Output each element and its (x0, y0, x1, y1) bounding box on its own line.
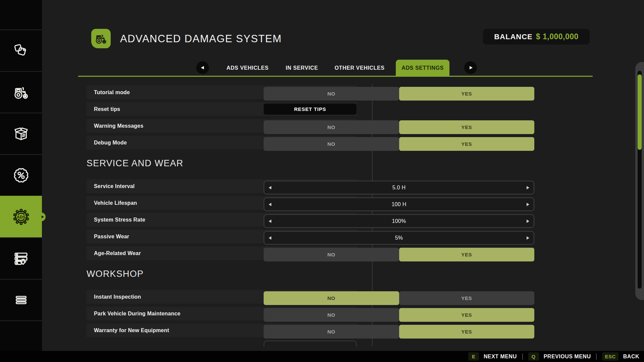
chevron-right-icon (470, 66, 473, 69)
reset-tips-button[interactable]: RESET TIPS (264, 104, 357, 115)
toggle-no-button[interactable]: NO (264, 137, 399, 151)
setting-row-service-interval: Service Interval 5.0 H (87, 179, 357, 193)
toggle-yes-button[interactable]: YES (399, 291, 535, 305)
balance-value: $ 1,000,000 (536, 32, 579, 41)
chevron-right-icon (527, 220, 529, 223)
chevron-left-icon (269, 203, 271, 206)
chevron-left-icon (269, 220, 271, 223)
warning-messages-toggle: NO YES (264, 120, 534, 134)
decrease-button[interactable] (269, 236, 273, 240)
chevron-right-icon (527, 203, 529, 206)
age-related-wear-toggle: NO YES (264, 248, 534, 261)
toggle-no-button[interactable]: NO (264, 325, 399, 339)
setting-label: System Stress Rate (94, 213, 145, 227)
sidebar-item-list[interactable] (0, 279, 42, 320)
setting-label: Reset tips (94, 102, 120, 116)
setting-label: Park Vehicle During Maintenance (94, 307, 180, 320)
setting-label: Tutorial mode (94, 85, 130, 99)
hint-label: NEXT MENU (484, 354, 517, 360)
increase-button[interactable] (525, 220, 529, 223)
increase-button[interactable] (525, 203, 529, 206)
toggle-no-button[interactable]: NO (264, 248, 399, 261)
chevron-right-icon (527, 186, 529, 189)
tab-other-vehicles[interactable]: OTHER VEHICLES (333, 60, 386, 76)
increase-button[interactable] (525, 186, 529, 189)
section-title-service-and-wear: SERVICE AND WEAR (87, 158, 183, 169)
tractor-icon (12, 83, 30, 101)
decrease-button[interactable] (269, 220, 273, 223)
tabs-next-button[interactable] (464, 61, 477, 74)
scrollbar-thumb[interactable] (638, 74, 642, 150)
stepper-value: 100% (273, 218, 525, 224)
increase-button[interactable] (525, 236, 529, 240)
hint-label: BACK (623, 354, 639, 360)
key-badge-e: E (468, 352, 479, 361)
toggle-no-button[interactable]: NO (264, 120, 399, 134)
tab-ads-settings[interactable]: ADS SETTINGS (396, 60, 449, 76)
footer-bar: E NEXT MENU Q PREVIOUS MENU ESC BACK (0, 351, 644, 362)
setting-row-reset-tips: Reset tips RESET TIPS (87, 102, 357, 116)
toggle-yes-button[interactable]: YES (399, 120, 535, 134)
setting-row-system-stress-rate: System Stress Rate 100% (87, 213, 357, 227)
balance-badge: BALANCE $ 1,000,000 (483, 29, 590, 45)
setting-label: Warning Messages (94, 119, 144, 133)
key-badge-q: Q (528, 352, 539, 361)
box-icon (12, 125, 30, 143)
page-title: ADVANCED DAMAGE SYSTEM (120, 33, 282, 45)
toggle-yes-button[interactable]: YES (399, 248, 535, 261)
tab-in-service[interactable]: IN SERVICE (278, 60, 325, 76)
debug-mode-toggle: NO YES (264, 137, 534, 151)
setting-label: Vehicle Lifespan (94, 196, 137, 210)
system-stress-rate-stepper: 100% (264, 214, 534, 228)
setting-row-debug-mode: Debug Mode NO YES (87, 136, 357, 149)
server-download-icon (12, 249, 30, 267)
vehicle-lifespan-stepper: 100 H (264, 197, 534, 211)
sidebar-item-sales[interactable] (0, 154, 42, 196)
hint-back[interactable]: ESC BACK (602, 352, 639, 361)
tags-icon (12, 42, 30, 60)
hint-next-menu[interactable]: E NEXT MENU (468, 352, 517, 361)
setting-row-park-vehicle-during-maintenance: Park Vehicle During Maintenance NO YES (87, 307, 357, 320)
park-vehicle-toggle: NO YES (264, 308, 534, 322)
hint-previous-menu[interactable]: Q PREVIOUS MENU (528, 352, 591, 361)
decrease-button[interactable] (269, 186, 273, 189)
ads-settings-screen: ADS (0, 0, 644, 362)
service-interval-stepper: 5.0 H (264, 181, 534, 194)
sidebar-item-storage[interactable] (0, 113, 42, 154)
ads-gear-icon: ADS (12, 208, 30, 226)
tab-ads-vehicles[interactable]: ADS VEHICLES (221, 60, 274, 76)
chevron-right-icon (527, 236, 529, 240)
sidebar-item-data[interactable] (0, 237, 42, 279)
decrease-button[interactable] (269, 203, 273, 206)
tabs-prev-button[interactable] (196, 61, 209, 74)
stepper-value: 5% (273, 235, 525, 241)
chevron-left-icon (201, 66, 204, 69)
instant-inspection-toggle: NO YES (264, 291, 534, 305)
setting-row-warranty-for-new-equipment: Warranty for New Equipment NO YES (87, 323, 357, 337)
tractor-icon (94, 32, 108, 46)
sidebar-item-prices[interactable] (0, 29, 42, 71)
toggle-no-button[interactable]: NO (264, 87, 399, 101)
setting-row-vehicle-lifespan: Vehicle Lifespan 100 H (87, 196, 357, 210)
tutorial-mode-toggle: NO YES (264, 87, 534, 101)
footer-separator (596, 354, 597, 360)
toggle-yes-button[interactable]: YES (399, 325, 535, 339)
toggle-no-button[interactable]: NO (264, 291, 399, 305)
menu-lines-icon (12, 291, 30, 309)
setting-label: Debug Mode (94, 136, 127, 149)
setting-label: Instant Inspection (94, 290, 141, 304)
sidebar-item-ads[interactable]: ADS (0, 196, 42, 237)
setting-row-tutorial-mode: Tutorial mode NO YES (87, 85, 357, 99)
clipped-next-stepper (264, 341, 357, 346)
toggle-yes-button[interactable]: YES (399, 87, 535, 101)
sidebar-item-vehicles[interactable] (0, 71, 42, 113)
toggle-yes-button[interactable]: YES (399, 308, 535, 322)
setting-label: Passive Wear (94, 230, 129, 243)
setting-label: Warranty for New Equipment (94, 323, 169, 337)
hint-label: PREVIOUS MENU (544, 354, 591, 360)
section-title-workshop: WORKSHOP (87, 269, 144, 279)
toggle-yes-button[interactable]: YES (399, 137, 535, 151)
warranty-toggle: NO YES (264, 325, 534, 339)
toggle-no-button[interactable]: NO (264, 308, 399, 322)
stepper-value: 100 H (273, 201, 525, 207)
